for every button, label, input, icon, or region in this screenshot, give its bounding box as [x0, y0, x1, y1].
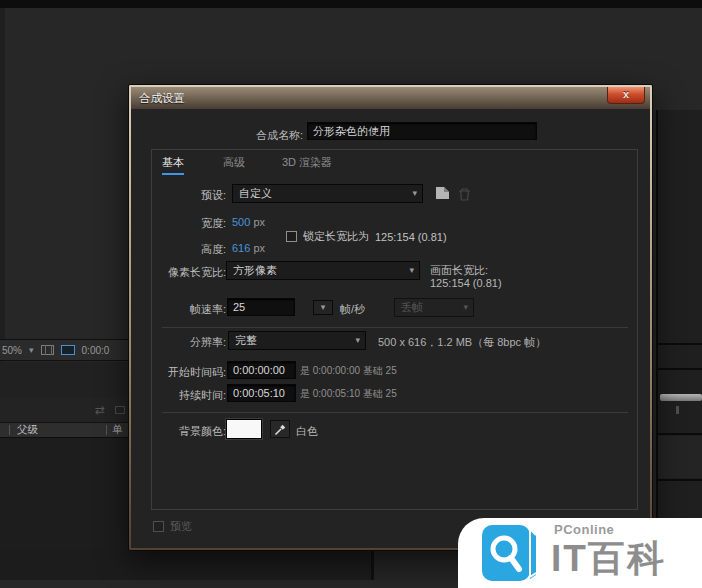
- viewer-toolbar: 50% ▾ 0:00:0: [0, 339, 131, 361]
- lower-panel-left: [0, 550, 371, 580]
- chevron-down-icon: ▾: [463, 299, 468, 316]
- timeline-panel-gap: [0, 362, 131, 397]
- width-number[interactable]: 500: [232, 216, 250, 228]
- preview-label: 预览: [170, 519, 192, 534]
- preset-value: 自定义: [239, 187, 272, 199]
- timeline-tools-row: ⇄: [0, 397, 131, 422]
- tab-3d-renderer[interactable]: 3D 渲染器: [282, 155, 332, 173]
- frame-aspect-label: 画面长宽比:: [430, 263, 488, 278]
- duration-aux: 是 0:00:05:10 基础 25: [300, 387, 397, 401]
- resolution-info: 500 x 616，1.2 MB（每 8bpc 帧）: [378, 335, 546, 350]
- preset-label: 预设:: [152, 188, 226, 203]
- background-color-swatch[interactable]: [226, 419, 262, 439]
- right-side-panel: [656, 110, 702, 550]
- height-label: 高度:: [152, 242, 226, 257]
- parent-column-header: 父级 单: [0, 422, 131, 438]
- separator: [162, 327, 628, 328]
- resolution-select[interactable]: 完整 ▾: [228, 331, 366, 350]
- frame-rate-unit-label: 帧/秒: [340, 302, 365, 317]
- panel-separator: [656, 368, 702, 370]
- lock-aspect-row: 锁定长宽比为 125:154 (0.81): [286, 229, 447, 244]
- panel-handle-icon: [676, 406, 679, 414]
- parent-column-partial-label: 单: [112, 423, 123, 437]
- frame-aspect-value: 125:154 (0.81): [430, 277, 502, 289]
- chevron-down-icon: ▾: [409, 262, 414, 279]
- frame-rate-dropdown-button[interactable]: ▾: [313, 300, 333, 315]
- composition-name-input[interactable]: 分形杂色的使用: [307, 122, 537, 140]
- height-value: 616 px: [232, 242, 265, 254]
- chevron-down-icon: ▾: [412, 185, 417, 202]
- pixel-aspect-value: 方形像素: [233, 264, 277, 276]
- composition-name-label: 合成名称:: [229, 128, 303, 143]
- tab-advanced[interactable]: 高级: [223, 155, 245, 173]
- column-divider: [9, 425, 10, 435]
- delete-preset-icon: [458, 187, 471, 205]
- column-divider: [106, 425, 107, 435]
- grid-guides-icon[interactable]: [41, 345, 54, 355]
- save-preset-icon[interactable]: [435, 186, 450, 204]
- separator: [162, 412, 628, 413]
- resolution-value: 完整: [235, 334, 257, 346]
- background-color-label: 背景颜色:: [152, 424, 226, 439]
- composition-settings-dialog: 合成设置 x 合成名称: 分形杂色的使用 基本 高级 3D 渲染器 预设: 自定…: [128, 84, 653, 551]
- width-label: 宽度:: [152, 216, 226, 231]
- lock-aspect-label: 锁定长宽比为: [303, 229, 369, 244]
- pconline-logo-icon: [482, 525, 538, 585]
- preset-select[interactable]: 自定义 ▾: [232, 184, 423, 203]
- dialog-title: 合成设置: [139, 91, 185, 106]
- close-button[interactable]: x: [607, 87, 645, 104]
- panel-separator: [656, 433, 702, 435]
- chevron-down-icon: ▾: [355, 332, 360, 349]
- drop-frame-select: 丢帧 ▾: [394, 298, 474, 317]
- lock-aspect-checkbox[interactable]: [286, 231, 297, 242]
- panel-separator: [656, 343, 702, 345]
- duration-input[interactable]: 0:00:05:10: [227, 384, 296, 402]
- height-unit: px: [253, 242, 265, 254]
- tab-basic[interactable]: 基本: [162, 155, 184, 175]
- parent-column-label[interactable]: 父级: [17, 423, 38, 437]
- swap-arrows-icon[interactable]: ⇄: [95, 403, 105, 417]
- panel-row: [658, 436, 702, 478]
- duration-label: 持续时间:: [152, 388, 226, 403]
- region-of-interest-icon[interactable]: [61, 345, 75, 355]
- dialog-titlebar[interactable]: 合成设置: [131, 87, 650, 109]
- zoom-level-value[interactable]: 50%: [2, 345, 22, 356]
- panel-separator: [656, 479, 702, 481]
- width-unit: px: [253, 216, 265, 228]
- settings-group-box: 基本 高级 3D 渲染器 预设: 自定义 ▾ 宽度: 500 px 高度: 61…: [151, 149, 638, 510]
- width-value: 500 px: [232, 216, 265, 228]
- background-color-name: 白色: [296, 424, 318, 439]
- frame-rate-label: 帧速率:: [152, 302, 226, 317]
- eyedropper-button[interactable]: [270, 420, 290, 438]
- dialog-body: 合成设置 x 合成名称: 分形杂色的使用 基本 高级 3D 渲染器 预设: 自定…: [131, 87, 650, 548]
- workspace-top-strip: [0, 0, 702, 8]
- drop-frame-value: 丢帧: [401, 301, 423, 313]
- chevron-down-icon[interactable]: ▾: [29, 345, 34, 355]
- start-timecode-label: 开始时间码:: [152, 365, 226, 380]
- timecode-display[interactable]: 0:00:0: [82, 345, 110, 356]
- start-timecode-aux: 是 0:00:00:00 基础 25: [300, 364, 397, 378]
- watermark-badge: PConline IT百科: [458, 518, 702, 588]
- height-number[interactable]: 616: [232, 242, 250, 254]
- preview-checkbox[interactable]: [153, 521, 164, 532]
- frame-rate-input[interactable]: 25: [227, 298, 295, 316]
- scrollbar-thumb[interactable]: [660, 394, 702, 401]
- resolution-label: 分辨率:: [152, 335, 226, 350]
- pixel-aspect-label: 像素长宽比:: [152, 265, 226, 280]
- preview-row: 预览: [153, 519, 192, 534]
- tool-box-icon[interactable]: [115, 406, 125, 414]
- lock-aspect-value: 125:154 (0.81): [375, 231, 447, 243]
- start-timecode-input[interactable]: 0:00:00:00: [227, 361, 296, 379]
- pixel-aspect-select[interactable]: 方形像素 ▾: [226, 261, 420, 280]
- watermark-title-text: IT百科: [551, 534, 666, 584]
